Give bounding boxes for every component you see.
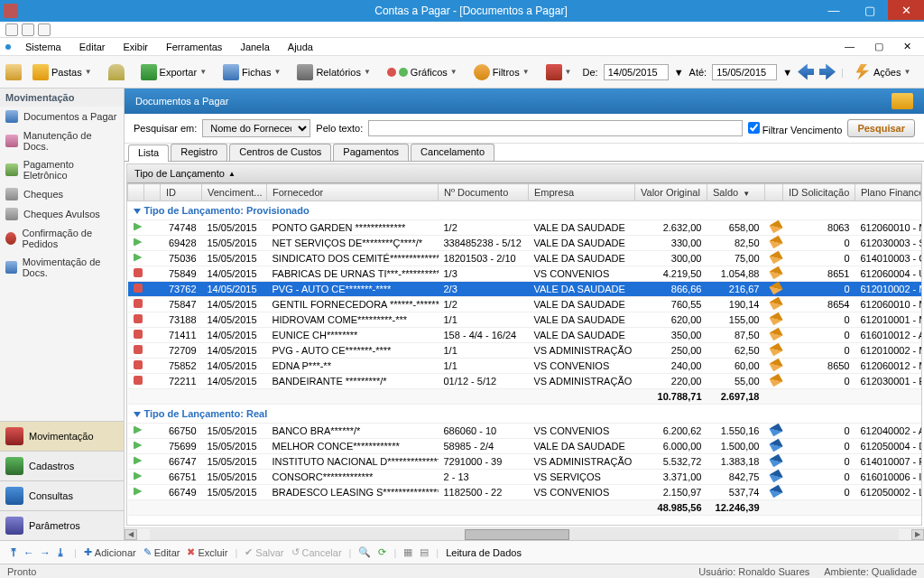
col-header[interactable] [128,184,144,201]
tab-Pagamentos[interactable]: Pagamentos [333,144,409,161]
relatorios-button[interactable]: Relatórios▼ [291,61,375,84]
editar-button[interactable]: ✎Editar [143,546,180,558]
cal-button[interactable]: ▼ [541,61,578,84]
sidebar-item[interactable]: Pagamento Eletrônico [0,155,124,184]
sidebar-item[interactable]: Documentos a Pagar [0,107,124,126]
col-header[interactable]: Empresa [529,184,635,201]
date-to-input[interactable] [712,64,777,80]
tab-Centros de Custos[interactable]: Centros de Custos [229,144,331,161]
table-row[interactable]: 7221114/05/2015BANDEIRANTE *********/*01… [128,374,921,389]
menu-sistema[interactable]: Sistema [18,40,69,54]
group-row[interactable]: Tipo de Lançamento: Real [128,405,921,424]
menu-exibir[interactable]: Exibir [116,40,156,54]
first-icon[interactable]: ⤒ [7,546,20,559]
menu-editar[interactable]: Editar [72,40,113,54]
qa-icon[interactable] [22,23,34,36]
col-header[interactable]: Nº Documento [439,184,529,201]
clip-button[interactable] [103,61,130,84]
nav-fwd-icon[interactable] [819,64,836,80]
tab-Registro[interactable]: Registro [171,144,227,161]
col-header[interactable]: Venciment... ▲ [202,184,267,201]
search-input[interactable] [368,120,742,136]
scroll-thumb[interactable] [465,529,569,540]
table-row[interactable]: 7141114/05/2015EUNICE CH********158 - 4/… [128,328,921,343]
pastas-button[interactable]: Pastas▼ [27,61,97,84]
last-icon[interactable]: ⤓ [54,546,67,559]
group-row[interactable]: Tipo de Lançamento: Provisionado [128,201,921,220]
search-combo[interactable]: Nome do Fornecedor [202,119,310,137]
maximize-button[interactable]: ▢ [852,0,888,20]
date-from-input[interactable] [604,64,669,80]
dd-icon[interactable]: ▼ [674,67,684,78]
record-nav[interactable]: ⤒ ← → ⤓ [7,546,67,559]
sidebar-cat[interactable]: Parâmetros [0,510,124,540]
col-header[interactable]: ID [161,184,202,201]
scroll-right-icon[interactable]: ▶ [911,529,924,540]
table-row[interactable]: 7584714/05/2015GENTIL FORNECEDORA ******… [128,297,921,312]
table-row[interactable]: 6675015/05/2015BANCO BRA******/*686060 -… [128,424,921,439]
table-row[interactable]: 7318814/05/2015HIDROVAM COME*********-**… [128,312,921,328]
sidebar-cat[interactable]: Cadastros [0,451,124,480]
grid-icon[interactable]: ▦ [403,546,412,558]
table-row[interactable]: 7569915/05/2015MELHOR CONCE************5… [128,439,921,454]
table-row[interactable]: 6675115/05/2015CONSORC*************2 - 1… [128,470,921,485]
qa-icon[interactable] [5,23,18,36]
sidebar-item[interactable]: Movimentação de Docs. [0,253,124,282]
tab-Cancelamento[interactable]: Cancelamento [411,144,494,161]
mdi-close-icon[interactable]: ✕ [896,39,919,54]
table-row[interactable]: 7376214/05/2015PVG - AUTO CE*******-****… [128,282,921,297]
fichas-button[interactable]: Fichas▼ [217,61,286,84]
sidebar-cat[interactable]: Movimentação [0,421,124,451]
sidebar-item[interactable]: Cheques Avulsos [0,204,124,224]
nav-back-icon[interactable] [798,64,814,80]
excluir-button[interactable]: ✖Excluir [187,546,227,558]
table-row[interactable]: 6942815/05/2015NET SERVIÇOS DE********Ç*… [128,236,921,251]
sidebar-item[interactable]: Manutenção de Docs. [0,126,124,155]
col-header[interactable]: Saldo ▼ [707,184,765,201]
sidebar-cat[interactable]: Consultas [0,480,124,510]
prev-icon[interactable]: ← [22,546,36,559]
tab-Lista[interactable]: Lista [128,144,169,162]
adicionar-button[interactable]: ✚Adicionar [84,546,136,558]
col-header[interactable] [765,184,783,201]
search-icon[interactable]: 🔍 [358,546,371,558]
mdi-max-icon[interactable]: ▢ [867,39,891,54]
minimize-button[interactable]: — [816,0,852,20]
sidebar-item[interactable]: Cheques [0,184,124,204]
group-by-header[interactable]: Tipo de Lançamento ▲ [127,164,921,183]
dd-icon[interactable]: ▼ [782,67,792,78]
new-doc-icon[interactable] [5,64,22,80]
col-header[interactable]: Plano Financeiro [855,184,921,201]
search-button[interactable]: Pesquisar [847,119,915,137]
table-row[interactable]: 7474815/05/2015PONTO GARDEN ************… [128,220,921,236]
col-header[interactable]: ID Solicitação [783,184,855,201]
next-icon[interactable]: → [38,546,52,559]
col-header[interactable]: Valor Original [635,184,707,201]
graficos-button[interactable]: Gráficos▼ [382,63,463,81]
menu-ajuda[interactable]: Ajuda [281,40,320,54]
table-row[interactable]: 7585214/05/2015EDNA P***-**1/1VS CONVENI… [128,359,921,374]
table-row[interactable]: 6674715/05/2015INSTITUTO NACIONAL D*****… [128,454,921,470]
col-header[interactable] [144,184,161,201]
menu-ferramentas[interactable]: Ferramentas [159,40,229,54]
table-row[interactable]: 6674915/05/2015BRADESCO LEASING S*******… [128,485,921,500]
refresh-icon[interactable]: ⟳ [378,546,386,558]
h-scrollbar[interactable]: ◀ ▶ [125,527,924,540]
close-button[interactable]: ✕ [888,0,924,20]
table-row[interactable]: 7503615/05/2015SINDICATO DOS CEMITÉ*****… [128,251,921,266]
mdi-min-icon[interactable]: — [837,39,862,54]
grid[interactable]: Tipo de Lançamento ▲ IDVenciment... ▲For… [126,163,922,526]
acoes-button[interactable]: Ações▼ [849,61,917,84]
col-header[interactable]: Fornecedor [267,184,439,201]
table-row[interactable]: 7584914/05/2015FABRICAS DE URNAS TI***-*… [128,266,921,282]
filtros-button[interactable]: Filtros▼ [468,61,535,84]
menu-janela[interactable]: Janela [233,40,276,54]
grid-icon2[interactable]: ▤ [420,546,429,558]
scroll-left-icon[interactable]: ◀ [125,529,137,540]
filter-venc-check[interactable]: Filtrar Vencimento [748,122,843,135]
cancelar-button[interactable]: ↺Cancelar [291,546,342,558]
table-row[interactable]: 7270914/05/2015PVG - AUTO CE*******-****… [128,343,921,359]
sidebar-item[interactable]: Confirmação de Pedidos [0,224,124,253]
exportar-button[interactable]: Exportar▼ [135,61,213,84]
qa-icon[interactable] [38,23,51,36]
